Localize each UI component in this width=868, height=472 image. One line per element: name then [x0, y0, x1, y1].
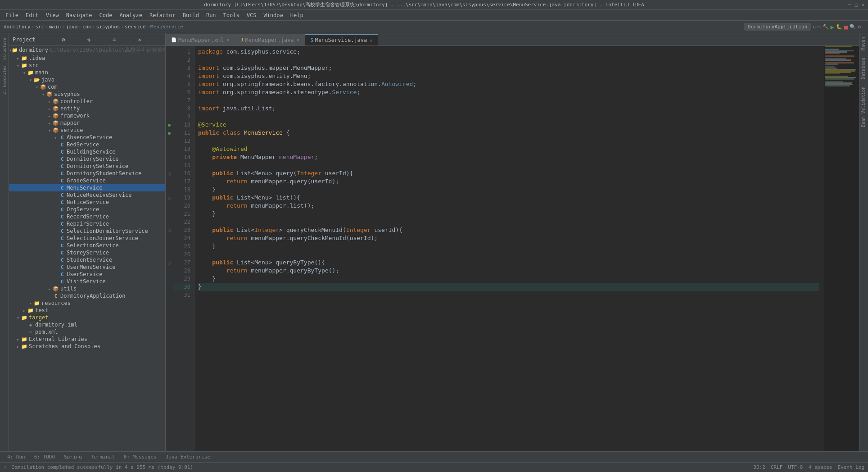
- project-settings-icon[interactable]: ⚙: [62, 36, 86, 43]
- breadcrumb-item[interactable]: java: [66, 24, 78, 30]
- tree-item-pom.xml[interactable]: ≋pom.xml: [9, 328, 165, 336]
- project-close-icon[interactable]: ✕: [138, 36, 162, 43]
- menu-item-analyze[interactable]: Analyze: [116, 11, 146, 19]
- tree-item-service[interactable]: ▾📦service: [9, 127, 165, 134]
- tree-item-StudentService[interactable]: CStudentService: [9, 256, 165, 263]
- breadcrumb-item[interactable]: main: [49, 24, 61, 30]
- bottom-tab-java-enterprise[interactable]: Java Enterprise: [162, 453, 214, 461]
- menu-item-help[interactable]: Help: [287, 11, 307, 19]
- maven-panel-button[interactable]: Maven: [859, 33, 868, 54]
- tree-item-GradeService[interactable]: CGradeService: [9, 177, 165, 184]
- tree-item-com[interactable]: ▾📦com: [9, 83, 165, 91]
- line-ending[interactable]: CRLF: [771, 464, 783, 470]
- tree-item-VisitService[interactable]: CVisitService: [9, 278, 165, 285]
- menu-item-tools[interactable]: Tools: [220, 11, 243, 19]
- close-button[interactable]: ✕: [861, 2, 864, 8]
- bottom-tab-todo[interactable]: 6: TODO: [31, 453, 59, 461]
- tree-item-BedService[interactable]: CBedService: [9, 141, 165, 148]
- tree-item-MenuService[interactable]: CMenuService: [9, 184, 165, 191]
- menu-item-navigate[interactable]: Navigate: [63, 11, 96, 19]
- menu-item-vcs[interactable]: VCS: [243, 11, 260, 19]
- tree-item-AbsenceService[interactable]: ▸CAbsenceService: [9, 134, 165, 141]
- menu-item-edit[interactable]: Edit: [22, 11, 42, 19]
- tree-item-entity[interactable]: ▸📦entity: [9, 105, 165, 112]
- tab-MenuMapper.java[interactable]: JMenuMapper.java✕: [235, 34, 305, 45]
- tree-item-ExternalLibraries[interactable]: ▸📁External Libraries: [9, 336, 165, 343]
- build-icon[interactable]: 🔨: [823, 24, 829, 30]
- tree-item-NoticeService[interactable]: CNoticeService: [9, 199, 165, 206]
- tab-close-MenuService.java[interactable]: ✕: [370, 38, 372, 43]
- build-back-icon[interactable]: ⟵: [818, 24, 821, 30]
- breadcrumb-item[interactable]: com: [82, 24, 91, 30]
- tree-item-BuildingService[interactable]: CBuildingService: [9, 148, 165, 155]
- tree-item-SelectionDormitoryService[interactable]: CSelectionDormitoryService: [9, 227, 165, 235]
- menu-item-file[interactable]: File: [2, 11, 22, 19]
- tree-item-UserMenuService[interactable]: CUserMenuService: [9, 263, 165, 271]
- tab-MenuMapper.xml[interactable]: 📄MenuMapper.xml✕: [166, 34, 235, 45]
- debug-icon[interactable]: 🐛: [836, 24, 842, 30]
- refresh-icon[interactable]: ↻: [813, 24, 816, 30]
- tree-item-DormitoryService[interactable]: CDormitoryService: [9, 155, 165, 163]
- cursor-position[interactable]: 30:2: [753, 464, 765, 470]
- code-content[interactable]: package com.sisyphus.service; import com…: [194, 46, 823, 451]
- menu-item-view[interactable]: View: [42, 11, 63, 19]
- tree-item-DormitoryApplication[interactable]: CDormitoryApplication: [9, 292, 165, 300]
- tree-item-NoticeReceiveService[interactable]: CNoticeReceiveService: [9, 191, 165, 199]
- minimize-button[interactable]: ─: [848, 2, 851, 8]
- run-config-dropdown[interactable]: DormitoryApplication: [744, 23, 811, 31]
- database-panel-button[interactable]: Database: [859, 54, 868, 83]
- menu-item-code[interactable]: Code: [96, 11, 116, 19]
- bottom-tab-run[interactable]: 4: Run: [4, 453, 29, 461]
- bean-validation-panel-button[interactable]: Bean Validation: [859, 83, 868, 131]
- stop-icon[interactable]: ■: [844, 23, 848, 31]
- tree-item-OrgService[interactable]: COrgService: [9, 206, 165, 213]
- tree-item-ScratchesAndConsoles[interactable]: ▸📁Scratches and Consoles: [9, 343, 165, 350]
- tree-item-sisyphus[interactable]: ▾📦sisyphus: [9, 91, 165, 98]
- tree-item-DormitoryStudentService[interactable]: CDormitoryStudentService: [9, 170, 165, 177]
- tab-MenuService.java[interactable]: SMenuService.java✕: [305, 34, 379, 45]
- breadcrumb-item[interactable]: src: [35, 24, 44, 30]
- favorites-panel-button[interactable]: 2: Favorites: [1, 63, 8, 97]
- menu-item-run[interactable]: Run: [203, 11, 220, 19]
- tree-item-RepairService[interactable]: CRepairService: [9, 220, 165, 227]
- run-icon[interactable]: ▶: [831, 23, 834, 31]
- maximize-button[interactable]: □: [855, 2, 858, 8]
- tree-item-RecordService[interactable]: CRecordService: [9, 213, 165, 220]
- tree-item-DormitorySetService[interactable]: CDormitorySetService: [9, 163, 165, 170]
- project-sort-icon[interactable]: ⇅: [87, 36, 111, 43]
- tree-item-controller[interactable]: ▸📦controller: [9, 98, 165, 105]
- search-everywhere-icon[interactable]: 🔍: [850, 24, 856, 30]
- event-log-button[interactable]: Event Log: [837, 464, 864, 470]
- tree-item-target[interactable]: ▾📁target: [9, 314, 165, 321]
- tree-item-SelectionJoinerService[interactable]: CSelectionJoinerService: [9, 235, 165, 242]
- tree-item-dormitory.iml[interactable]: ◆dormitory.iml: [9, 321, 165, 328]
- tree-item-src[interactable]: ▾📁src: [9, 62, 165, 69]
- tree-item-resources[interactable]: ▸📁resources: [9, 300, 165, 307]
- indent[interactable]: 4 spaces: [808, 464, 832, 470]
- tab-close-MenuMapper.xml[interactable]: ✕: [226, 37, 229, 42]
- settings-icon[interactable]: ⚙: [858, 24, 861, 30]
- tree-item-StoreyService[interactable]: CStoreyService: [9, 249, 165, 256]
- breadcrumb-item[interactable]: dormitory: [4, 24, 31, 30]
- tree-item-utils[interactable]: ▸📦utils: [9, 285, 165, 292]
- tab-close-MenuMapper.java[interactable]: ✕: [297, 37, 299, 42]
- menu-item-build[interactable]: Build: [179, 11, 203, 19]
- breadcrumb-item[interactable]: service: [125, 24, 145, 30]
- menu-item-refactor[interactable]: Refactor: [146, 11, 179, 19]
- bottom-tab-terminal[interactable]: Terminal: [87, 453, 118, 461]
- tree-item-UserService[interactable]: CUserService: [9, 271, 165, 278]
- tree-item-dormitory[interactable]: ▾📁dormitoryC:\Users\13057\Desktop\高校学生宿舍…: [9, 46, 165, 54]
- tree-item-SelectionService[interactable]: CSelectionService: [9, 242, 165, 249]
- menu-item-window[interactable]: Window: [260, 11, 286, 19]
- project-expand-icon[interactable]: ≡: [113, 36, 136, 43]
- encoding[interactable]: UTF-8: [788, 464, 803, 470]
- tree-item-test[interactable]: ▸📁test: [9, 307, 165, 314]
- tree-item-idea[interactable]: ▸📁.idea: [9, 54, 165, 62]
- tree-item-java[interactable]: ▾📂java: [9, 76, 165, 83]
- structure-panel-button[interactable]: Structure: [1, 35, 8, 63]
- tree-item-mapper[interactable]: ▸📦mapper: [9, 119, 165, 127]
- tree-item-main[interactable]: ▾📁main: [9, 69, 165, 76]
- bottom-tab-messages[interactable]: 0: Messages: [120, 453, 160, 461]
- tree-item-framework[interactable]: ▸📦framework: [9, 112, 165, 119]
- breadcrumb-item[interactable]: sisyphus: [96, 24, 120, 30]
